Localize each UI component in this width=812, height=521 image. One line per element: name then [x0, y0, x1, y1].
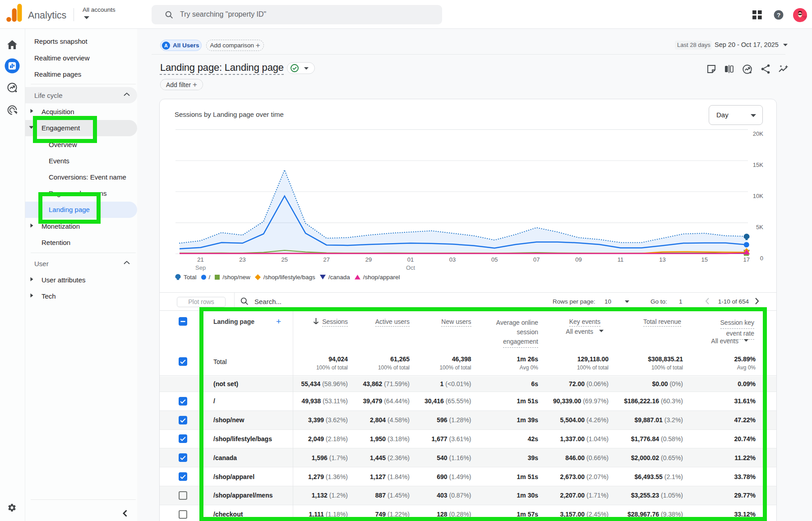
- svg-text:?: ?: [777, 12, 780, 18]
